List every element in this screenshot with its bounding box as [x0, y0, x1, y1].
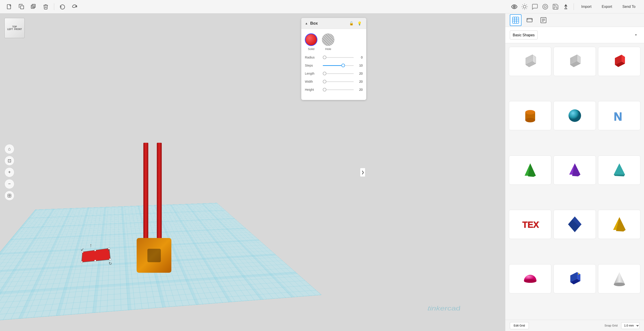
- cube-nav[interactable]: TOP LEFT FRONT: [4, 18, 25, 38]
- shapes-dropdown-wrapper: Basic Shapes: [510, 31, 640, 40]
- red-box-object[interactable]: ↑ ↙ ↘ ↻: [81, 249, 110, 261]
- shape-item-pyramid-green[interactable]: [509, 156, 551, 185]
- fit-button[interactable]: ⊡: [4, 156, 14, 166]
- shape-pyramid-green-icon: [521, 161, 539, 179]
- cube-face[interactable]: TOP LEFT FRONT: [4, 18, 25, 38]
- height-row: Height 20: [305, 87, 363, 92]
- tab-grid[interactable]: [510, 14, 522, 26]
- solid-label: Solid: [308, 47, 314, 51]
- svg-marker-19: [565, 5, 567, 6]
- shape-item-box-gray2[interactable]: [554, 47, 596, 76]
- shape-item-diamond-blue[interactable]: [554, 210, 596, 239]
- chat-icon-btn[interactable]: [530, 2, 540, 11]
- width-value: 20: [356, 80, 363, 83]
- svg-marker-64: [614, 175, 625, 176]
- shape-item-pyramid-yellow[interactable]: [598, 210, 640, 239]
- shape-type-row: Solid Hole: [305, 33, 363, 51]
- length-row: Length 20: [305, 71, 363, 76]
- shape-item-pyramid-purple[interactable]: [554, 156, 596, 185]
- edit-grid-button[interactable]: Edit Grid: [510, 322, 529, 329]
- height-track: [323, 89, 354, 90]
- 3d-view-button[interactable]: [4, 191, 14, 201]
- shape-item-box-blue[interactable]: ★: [554, 264, 596, 293]
- hammer-head-hole: [148, 249, 161, 262]
- svg-point-70: [524, 279, 536, 283]
- zoom-out-button[interactable]: −: [4, 179, 14, 189]
- steps-fill: [323, 65, 342, 66]
- svg-rect-1: [20, 6, 24, 9]
- collapse-arrow[interactable]: ▲: [305, 22, 308, 25]
- svg-marker-63: [614, 163, 625, 175]
- shape-text-3d-icon: TEXT: [521, 215, 539, 233]
- copy-button[interactable]: [16, 2, 26, 12]
- svg-point-17: [543, 4, 548, 9]
- snap-select[interactable]: 1.0 mm: [621, 322, 640, 329]
- shape-dome-pink-icon: [521, 270, 539, 288]
- lock-icon[interactable]: 🔓: [348, 20, 354, 27]
- separator1: [54, 3, 54, 10]
- shape-item-pyramid-teal[interactable]: [598, 156, 640, 185]
- shape-icon-btn[interactable]: [561, 2, 570, 11]
- solid-option[interactable]: Solid: [305, 33, 318, 51]
- svg-point-56: [525, 110, 535, 115]
- steps-slider[interactable]: [323, 63, 354, 68]
- width-label: Width: [305, 80, 320, 83]
- length-value: 20: [356, 72, 363, 75]
- steps-row: Steps 10: [305, 63, 363, 68]
- shape-item-text-n[interactable]: N: [598, 101, 640, 130]
- shape-diamond-blue-icon: [566, 215, 584, 233]
- tab-notes[interactable]: [538, 14, 549, 26]
- svg-point-8: [523, 5, 526, 8]
- duplicate-button[interactable]: [29, 2, 38, 12]
- shape-item-cylinder[interactable]: [509, 101, 551, 130]
- shape-item-box-gray1[interactable]: [509, 47, 551, 76]
- length-thumb[interactable]: [323, 72, 326, 75]
- shape-item-text-3d[interactable]: TEXT: [509, 210, 551, 239]
- shape-box-gray1-icon: [521, 53, 539, 70]
- width-thumb[interactable]: [323, 80, 326, 83]
- zoom-in-button[interactable]: +: [4, 167, 14, 177]
- undo-button[interactable]: [58, 2, 68, 12]
- radius-slider[interactable]: [323, 55, 354, 60]
- send-to-button[interactable]: Send To: [618, 3, 640, 11]
- hole-option[interactable]: Hole: [322, 33, 334, 51]
- svg-rect-24: [512, 17, 519, 23]
- shapes-dropdown[interactable]: Basic Shapes: [510, 31, 538, 40]
- viewport[interactable]: tinkercad TOP LEFT FRONT ⌂ ⊡ + −: [0, 14, 505, 331]
- svg-rect-3: [32, 4, 36, 8]
- bottom-bar: Edit Grid Snap Grid 1.0 mm: [505, 320, 644, 331]
- shape-item-box-red[interactable]: [598, 47, 640, 76]
- height-slider[interactable]: [323, 87, 354, 92]
- right-panel: Basic Shapes: [505, 14, 644, 331]
- solid-circle: [305, 33, 318, 46]
- steps-thumb[interactable]: [342, 64, 345, 67]
- circle-icon-btn[interactable]: [541, 2, 550, 11]
- panel-collapse-arrow[interactable]: ❯: [360, 168, 365, 177]
- redo-button[interactable]: [70, 2, 80, 12]
- import-button[interactable]: Import: [577, 3, 596, 11]
- light-icon-btn[interactable]: [520, 2, 529, 11]
- export-button[interactable]: Export: [598, 3, 616, 11]
- home-button[interactable]: ⌂: [4, 144, 14, 154]
- steps-track: [323, 65, 354, 66]
- svg-line-11: [522, 5, 523, 5]
- width-slider[interactable]: [323, 79, 354, 84]
- delete-button[interactable]: [41, 2, 50, 12]
- svg-point-7: [514, 6, 515, 7]
- save-icon-btn[interactable]: [551, 2, 560, 11]
- shape-sphere-icon: [566, 107, 584, 125]
- tab-measure[interactable]: [524, 14, 535, 26]
- visibility-icon[interactable]: 💡: [356, 20, 363, 27]
- length-slider[interactable]: [323, 71, 354, 76]
- radius-thumb[interactable]: [323, 56, 326, 59]
- shape-item-cone-gray[interactable]: [598, 264, 640, 293]
- radius-value: 0: [356, 56, 363, 59]
- camera-icon-btn[interactable]: [510, 2, 519, 11]
- shape-item-dome-pink[interactable]: [509, 264, 551, 293]
- new-button[interactable]: [4, 2, 14, 12]
- shape-item-sphere[interactable]: [554, 101, 596, 130]
- height-thumb[interactable]: [323, 88, 326, 91]
- radius-track: [323, 57, 354, 58]
- width-row: Width 20: [305, 79, 363, 84]
- cube-front-label: FRONT: [14, 28, 22, 31]
